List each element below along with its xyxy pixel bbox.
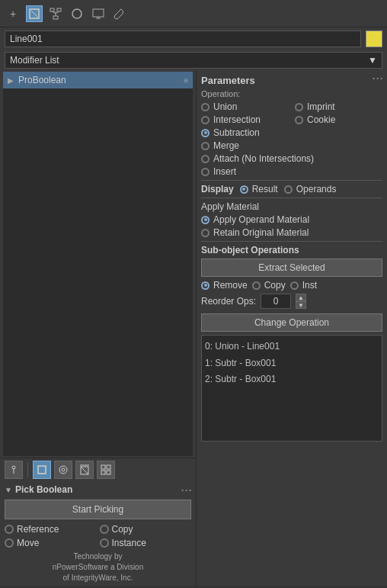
apply-operand-material-radio: [201, 216, 209, 224]
modifier-stack: ▶ ProBoolean ≡: [3, 72, 193, 456]
display-result[interactable]: Result: [240, 184, 278, 194]
svg-point-16: [59, 466, 67, 474]
subobj-remove[interactable]: Remove: [201, 280, 248, 291]
svg-rect-14: [38, 466, 46, 474]
toolbar-sep: [27, 462, 28, 477]
extract-selected-button[interactable]: Extract Selected: [201, 259, 382, 277]
circle-icon[interactable]: [69, 5, 85, 22]
radio-copy-circle: [100, 525, 109, 534]
radio-move[interactable]: Move: [5, 538, 97, 548]
parameters-section: Parameters • • • Operation: Union Imprin…: [201, 75, 382, 442]
radio-copy-label: Copy: [112, 524, 133, 535]
subobj-inst-radio: [290, 281, 299, 290]
subobj-inst[interactable]: Inst: [290, 280, 317, 291]
op-merge-radio: [201, 142, 209, 150]
svg-point-15: [62, 468, 65, 471]
display-operands[interactable]: Operands: [284, 184, 337, 194]
radio-copy[interactable]: Copy: [100, 524, 192, 535]
op-intersection-radio: [201, 116, 209, 124]
ops-list-item-0: 0: Union - Line001: [205, 339, 379, 355]
subobj-copy[interactable]: Copy: [252, 280, 286, 291]
pick-boolean-title: Pick Boolean: [15, 484, 72, 495]
svg-rect-4: [53, 16, 58, 19]
spinner-down-btn[interactable]: ▼: [296, 301, 306, 309]
graph-btn[interactable]: [97, 461, 115, 479]
subobj-copy-radio: [252, 281, 261, 290]
radio-instance[interactable]: Instance: [100, 538, 192, 548]
parameters-title: Parameters • • •: [201, 75, 382, 86]
retain-original-material-radio: [201, 229, 209, 237]
divider-3: [201, 241, 382, 242]
retain-original-material[interactable]: Retain Original Material: [201, 227, 382, 238]
delete-modifier-btn[interactable]: [75, 461, 94, 479]
svg-rect-22: [101, 471, 105, 474]
right-panel: Parameters • • • Operation: Union Imprin…: [197, 70, 387, 586]
op-intersection-label: Intersection: [213, 114, 261, 125]
radio-instance-circle: [100, 538, 109, 548]
modifier-list-label: Modifier List: [10, 55, 59, 66]
wrench-icon[interactable]: [111, 5, 128, 22]
op-merge[interactable]: Merge: [201, 140, 289, 151]
subobj-inst-label: Inst: [302, 280, 317, 291]
spinner-up-btn[interactable]: ▲: [296, 294, 306, 301]
radio-instance-label: Instance: [112, 538, 146, 548]
modifier-item-icon: ≡: [184, 76, 188, 85]
display-result-label: Result: [252, 184, 278, 194]
radio-reference-circle: [5, 525, 14, 534]
start-picking-button[interactable]: Start Picking: [5, 500, 191, 519]
reorder-label: Reorder Ops:: [201, 296, 256, 307]
display-row: Display Result Operands: [201, 184, 382, 194]
op-merge-label: Merge: [213, 140, 239, 151]
op-insert-radio: [201, 168, 209, 176]
op-cookie[interactable]: Cookie: [295, 114, 382, 125]
apply-operand-material[interactable]: Apply Operand Material: [201, 214, 382, 225]
object-name-input[interactable]: [5, 31, 361, 47]
svg-rect-23: [107, 471, 110, 474]
op-imprint-radio: [295, 103, 303, 111]
left-panel: ▶ ProBoolean ≡: [0, 70, 197, 586]
pick-boolean-header: ▼ Pick Boolean • • •: [5, 484, 191, 495]
pick-boolean-section: ▼ Pick Boolean • • • Start Picking Refer…: [0, 481, 196, 586]
svg-rect-9: [93, 9, 104, 17]
op-imprint[interactable]: Imprint: [295, 101, 382, 112]
radio-move-circle: [5, 538, 14, 548]
reorder-row: Reorder Ops: ▲ ▼: [201, 294, 382, 309]
divider-1: [201, 180, 382, 181]
radio-move-label: Move: [17, 538, 39, 548]
divider-2: [201, 198, 382, 198]
op-intersection[interactable]: Intersection: [201, 114, 289, 125]
op-subtraction-label: Subtraction: [213, 127, 260, 138]
svg-point-12: [12, 466, 15, 469]
op-insert[interactable]: Insert: [201, 166, 289, 177]
dropdown-arrow-icon: ▼: [368, 55, 377, 66]
object-name-row: [0, 27, 387, 50]
op-insert-label: Insert: [213, 166, 236, 177]
hierarchy-icon[interactable]: [47, 5, 64, 22]
main-content: ▶ ProBoolean ≡: [0, 70, 387, 586]
op-subtraction[interactable]: Subtraction: [201, 127, 289, 138]
op-union[interactable]: Union: [201, 101, 289, 112]
reorder-input[interactable]: [261, 294, 291, 309]
ops-list[interactable]: 0: Union - Line001 1: Subtr - Box001 2: …: [201, 335, 382, 442]
op-attach[interactable]: Attach (No Intersections): [201, 153, 382, 164]
object-color-swatch[interactable]: [366, 31, 382, 47]
plus-icon[interactable]: +: [5, 5, 21, 22]
modifier-item-proboolean[interactable]: ▶ ProBoolean ≡: [3, 72, 193, 88]
modifier-list-dropdown[interactable]: Modifier List ▼: [5, 52, 382, 69]
apply-material-section: Apply Material Apply Operand Material Re…: [201, 201, 382, 238]
apply-operand-material-label: Apply Operand Material: [213, 214, 309, 225]
change-operation-button[interactable]: Change Operation: [201, 313, 382, 332]
parameters-label: Parameters: [201, 75, 255, 86]
configure-btn[interactable]: [54, 461, 72, 479]
active-modifier-btn[interactable]: [33, 461, 51, 479]
display-label: Display: [201, 184, 234, 194]
section-arrow-icon: ▼: [5, 486, 12, 494]
remove-copy-row: Remove Copy Inst: [201, 280, 382, 291]
svg-point-8: [72, 9, 82, 18]
op-union-radio: [201, 103, 209, 111]
radio-reference[interactable]: Reference: [5, 524, 97, 535]
pin-btn[interactable]: [5, 461, 23, 479]
monitor-icon[interactable]: [90, 5, 107, 22]
modifier-toolbar: [0, 458, 196, 481]
rectangle-icon[interactable]: [26, 5, 43, 22]
